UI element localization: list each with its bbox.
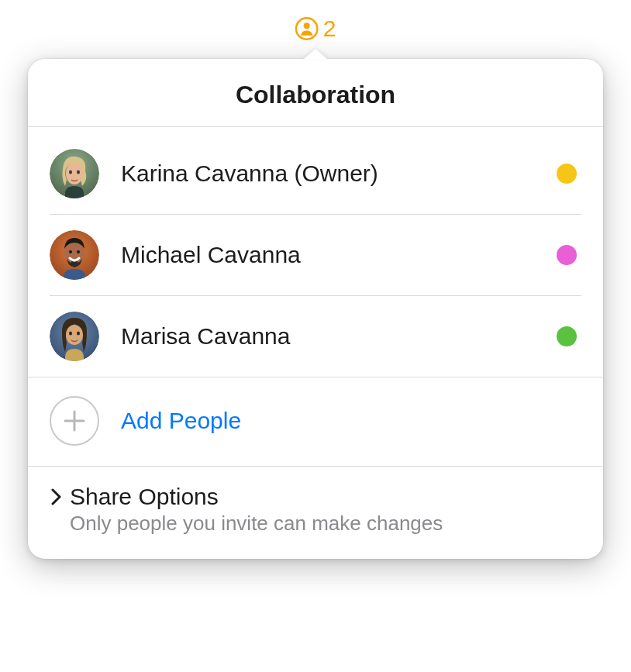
share-options-button[interactable]: Share Options Only people you invite can… xyxy=(28,467,603,559)
add-people-label: Add People xyxy=(121,408,241,434)
svg-point-1 xyxy=(304,22,310,29)
person-name: Michael Cavanna xyxy=(121,242,557,268)
add-people-button[interactable]: Add People xyxy=(28,377,603,467)
share-options-subtitle: Only people you invite can make changes xyxy=(70,512,581,536)
person-row[interactable]: Marisa Cavanna xyxy=(50,296,581,377)
share-options-title: Share Options xyxy=(70,484,219,510)
svg-point-8 xyxy=(69,250,72,253)
status-dot xyxy=(557,326,577,346)
svg-point-5 xyxy=(77,171,80,174)
plus-icon xyxy=(50,396,99,446)
person-row[interactable]: Michael Cavanna xyxy=(50,215,581,296)
svg-point-9 xyxy=(77,250,80,253)
popover-title: Collaboration xyxy=(28,59,603,127)
avatar xyxy=(50,312,99,361)
person-name: Marisa Cavanna xyxy=(121,323,557,350)
svg-point-13 xyxy=(77,332,80,336)
person-name: Karina Cavanna (Owner) xyxy=(121,160,557,187)
chevron-right-icon xyxy=(50,490,64,504)
people-icon xyxy=(295,17,319,40)
people-list: Karina Cavanna (Owner) M xyxy=(28,127,603,377)
avatar xyxy=(50,230,99,280)
svg-point-12 xyxy=(69,332,72,336)
collaboration-count: 2 xyxy=(323,16,336,42)
status-dot xyxy=(557,245,577,265)
svg-point-4 xyxy=(69,171,72,174)
collaboration-popover: Collaboration Karina Cavanna (Owner) xyxy=(28,59,603,559)
avatar xyxy=(50,149,99,198)
status-dot xyxy=(557,164,577,184)
person-row[interactable]: Karina Cavanna (Owner) xyxy=(50,127,581,215)
collaboration-indicator[interactable]: 2 xyxy=(295,16,336,42)
